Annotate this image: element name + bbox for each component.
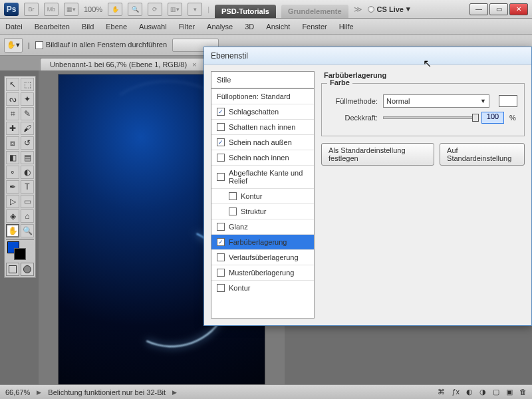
chevron-right-icon[interactable]: ≫	[354, 5, 362, 14]
screen-mode-icon[interactable]: ▦▾	[64, 3, 78, 16]
style-checkbox[interactable]	[217, 284, 225, 292]
opacity-slider[interactable]	[383, 116, 476, 119]
blur-tool-icon[interactable]: ∘	[6, 166, 19, 179]
style-checkbox[interactable]	[217, 173, 225, 181]
eyedropper-tool-icon[interactable]: ✎	[21, 107, 34, 120]
reset-default-button[interactable]: Auf Standardeinstellung	[440, 143, 525, 166]
hand-tool-icon[interactable]: ✋▾	[4, 38, 23, 53]
style-row[interactable]: Musterüberlagerung	[211, 265, 314, 280]
style-row[interactable]: Abgeflachte Kante und Relief	[211, 165, 314, 188]
dodge-tool-icon[interactable]: ◐	[21, 166, 34, 179]
status-zoom[interactable]: 66,67%	[5, 388, 30, 396]
zoom-level[interactable]: 100%	[84, 5, 102, 13]
style-row[interactable]: Schein nach innen	[211, 150, 314, 165]
trash-icon[interactable]: 🗑	[519, 388, 527, 396]
style-row[interactable]: Kontur	[211, 280, 314, 295]
pen-tool-icon[interactable]: ✒	[6, 180, 19, 194]
blend-mode-select[interactable]: Normal▼	[383, 94, 489, 108]
chevron-right-icon[interactable]: ▶	[37, 389, 41, 396]
bridge-icon[interactable]: Br	[24, 3, 39, 16]
color-swatches[interactable]	[6, 241, 34, 261]
style-checkbox[interactable]	[217, 238, 225, 246]
workspace-tab-active[interactable]: PSD-Tutorials	[215, 5, 276, 18]
link-icon[interactable]: ⌘	[438, 388, 445, 396]
menu-bearbeiten[interactable]: Bearbeiten	[35, 23, 70, 31]
new-layer-icon[interactable]: ▣	[506, 388, 513, 396]
stamp-tool-icon[interactable]: ⧈	[6, 136, 19, 150]
style-checkbox[interactable]	[217, 123, 225, 131]
eraser-tool-icon[interactable]: ◧	[6, 151, 19, 164]
lasso-tool-icon[interactable]: ᔓ	[6, 92, 19, 106]
3d-tool-icon[interactable]: ◈	[6, 209, 19, 223]
menu-analyse[interactable]: Analyse	[207, 23, 233, 31]
menu-ansicht[interactable]: Ansicht	[266, 23, 290, 31]
gradient-tool-icon[interactable]: ▤	[21, 151, 34, 164]
quickmask-mode-icon[interactable]	[21, 263, 34, 276]
3d-camera-icon[interactable]: ⌂	[21, 209, 34, 223]
wand-tool-icon[interactable]: ✦	[21, 92, 34, 106]
style-row[interactable]: Farbüberlagerung	[211, 234, 314, 249]
adjustment-icon[interactable]: ◑	[479, 388, 486, 396]
opacity-input[interactable]: 100	[481, 112, 504, 124]
style-checkbox[interactable]	[217, 108, 225, 116]
hand-shortcut-icon[interactable]: ✋	[108, 3, 122, 16]
type-tool-icon[interactable]: T	[21, 180, 34, 194]
shape-tool-icon[interactable]: ▭	[21, 195, 34, 208]
menu-3d[interactable]: 3D	[245, 23, 254, 31]
workspace-tab-inactive[interactable]: Grundelemente	[281, 5, 348, 18]
minimize-button[interactable]: —	[469, 3, 488, 15]
folder-icon[interactable]: ▢	[493, 388, 499, 396]
style-row[interactable]: Schatten nach innen	[211, 119, 314, 134]
style-row[interactable]: Schein nach außen	[211, 134, 314, 150]
style-checkbox[interactable]	[217, 253, 225, 261]
style-row[interactable]: Schlagschatten	[211, 104, 314, 119]
fx-icon[interactable]: ƒx	[452, 388, 460, 396]
menu-filter[interactable]: Filter	[179, 23, 195, 31]
cs-live-button[interactable]: CS Live▾	[368, 5, 410, 13]
menu-auswahl[interactable]: Auswahl	[139, 23, 167, 31]
document-tab[interactable]: Unbenannt-1 bei 66,7% (Ebene 1, RGB/8)×	[40, 58, 207, 70]
move-tool-icon[interactable]: ↖	[6, 78, 19, 91]
close-button[interactable]: ✕	[509, 3, 528, 15]
style-row[interactable]: Glanz	[211, 219, 314, 234]
hand-tool-icon[interactable]: ✋	[6, 224, 19, 237]
healing-tool-icon[interactable]: ✚	[6, 122, 19, 135]
style-checkbox[interactable]	[217, 223, 225, 231]
crop-tool-icon[interactable]: ⌗	[6, 107, 19, 120]
brush-tool-icon[interactable]: 🖌	[21, 122, 34, 135]
zoom-tool-icon[interactable]: 🔍	[21, 224, 34, 237]
menu-ebene[interactable]: Ebene	[106, 23, 127, 31]
maximize-button[interactable]: ▭	[489, 3, 508, 15]
history-brush-icon[interactable]: ↺	[21, 136, 34, 150]
rotate-view-icon[interactable]: ⟳	[148, 3, 162, 16]
overlay-color-swatch[interactable]	[499, 95, 517, 107]
style-row[interactable]: Struktur	[211, 203, 314, 219]
style-checkbox[interactable]	[217, 154, 225, 162]
menu-bild[interactable]: Bild	[82, 23, 94, 31]
style-checkbox[interactable]	[229, 207, 237, 215]
style-checkbox[interactable]	[229, 192, 237, 200]
styles-list-header[interactable]: Stile	[211, 72, 314, 88]
scroll-all-checkbox[interactable]: Bildlauf in allen Fenstern durchführen	[35, 41, 167, 49]
arrange-docs-icon[interactable]: ▥▾	[168, 3, 182, 16]
minibridge-icon[interactable]: Mb	[44, 3, 59, 16]
dialog-title[interactable]: Ebenenstil	[204, 47, 531, 65]
mask-icon[interactable]: ◐	[466, 388, 473, 396]
standard-mode-icon[interactable]	[6, 263, 19, 276]
style-row[interactable]: Kontur	[211, 188, 314, 203]
style-row[interactable]: Verlaufsüberlagerung	[211, 249, 314, 265]
chevron-right-icon[interactable]: ▶	[172, 389, 177, 396]
style-checkbox[interactable]	[217, 269, 225, 277]
marquee-tool-icon[interactable]: ⬚	[21, 78, 34, 91]
zoom-shortcut-icon[interactable]: 🔍	[128, 3, 142, 16]
slider-thumb-icon[interactable]	[472, 114, 479, 122]
style-row[interactable]: Fülloptionen: Standard	[211, 88, 314, 104]
make-default-button[interactable]: Als Standardeinstellung festlegen	[321, 143, 434, 166]
background-swatch[interactable]	[14, 248, 26, 260]
menu-fenster[interactable]: Fenster	[302, 23, 327, 31]
menu-hilfe[interactable]: Hilfe	[339, 23, 354, 31]
menu-datei[interactable]: Datei	[5, 23, 23, 31]
doc-close-icon[interactable]: ×	[192, 61, 196, 68]
path-select-icon[interactable]: ▷	[6, 195, 19, 208]
extras-icon[interactable]: ▾	[188, 3, 202, 16]
